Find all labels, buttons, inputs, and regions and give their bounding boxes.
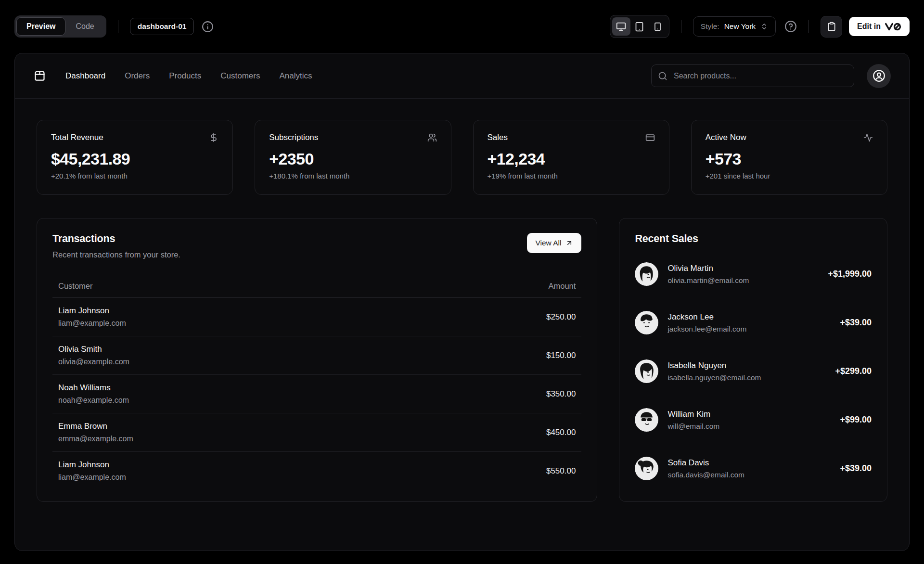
account-menu-button[interactable] xyxy=(867,64,891,88)
smartphone-icon[interactable] xyxy=(649,17,667,36)
avatar xyxy=(635,262,658,286)
stat-change: +19% from last month xyxy=(488,172,655,180)
tab-preview[interactable]: Preview xyxy=(16,17,65,36)
stat-card-subscriptions: Subscriptions +2350 +180.1% from last mo… xyxy=(255,120,451,195)
search-box xyxy=(651,64,854,87)
customer-name: Liam Johnson xyxy=(58,460,405,470)
customer-email: emma@example.com xyxy=(58,435,405,443)
sale-customer-name: Olivia Martin xyxy=(667,264,749,273)
divider xyxy=(681,20,681,33)
customer-name: Noah Williams xyxy=(58,383,405,393)
search-input[interactable] xyxy=(651,64,854,87)
customer-name: Emma Brown xyxy=(58,422,405,431)
info-icon[interactable] xyxy=(202,21,214,33)
circle-user-icon xyxy=(873,69,886,82)
list-item: William Kim will@email.com +$99.00 xyxy=(635,408,872,432)
customer-email: olivia@example.com xyxy=(58,358,405,366)
monitor-icon[interactable] xyxy=(612,17,630,36)
edit-in-v0-label: Edit in xyxy=(857,22,881,31)
nav-item-analytics[interactable]: Analytics xyxy=(279,71,312,81)
sale-customer-email: will@email.com xyxy=(667,422,719,431)
transaction-amount: $250.00 xyxy=(411,298,581,336)
recent-sales-title: Recent Sales xyxy=(635,233,872,245)
avatar xyxy=(635,311,658,334)
stat-value: +2350 xyxy=(269,150,436,168)
transactions-card: Transactions Recent transactions from yo… xyxy=(37,218,597,502)
sale-amount: +$1,999.00 xyxy=(828,269,872,279)
stat-cards-row: Total Revenue $45,231.89 +20.1% from las… xyxy=(37,120,887,195)
dashboard-main: Total Revenue $45,231.89 +20.1% from las… xyxy=(15,99,909,524)
block-name-badge: dashboard-01 xyxy=(130,18,194,35)
table-row: Olivia Smitholivia@example.com $150.00 xyxy=(52,336,581,375)
activity-icon xyxy=(863,133,873,142)
nav-item-dashboard[interactable]: Dashboard xyxy=(65,71,105,81)
customer-name: Liam Johnson xyxy=(58,306,405,316)
nav-item-products[interactable]: Products xyxy=(169,71,201,81)
divider xyxy=(118,20,118,33)
device-toggle-group xyxy=(610,15,669,38)
list-item: Jackson Lee jackson.lee@email.com +$39.0… xyxy=(635,311,872,334)
tab-code[interactable]: Code xyxy=(65,17,104,36)
sale-customer-name: Isabella Nguyen xyxy=(667,361,761,371)
circle-help-icon[interactable] xyxy=(784,20,797,33)
stat-title: Active Now xyxy=(706,133,746,142)
recent-sales-list: Olivia Martin olivia.martin@email.com +$… xyxy=(635,262,872,480)
customer-email: liam@example.com xyxy=(58,319,405,328)
list-item: Isabella Nguyen isabella.nguyen@email.co… xyxy=(635,359,872,383)
customer-email: noah@example.com xyxy=(58,396,405,405)
arrow-up-right-icon xyxy=(565,239,573,247)
edit-in-v0-button[interactable]: Edit in xyxy=(849,17,910,36)
view-all-button[interactable]: View All xyxy=(527,233,581,253)
sale-amount: +$39.00 xyxy=(840,318,872,328)
stat-card-sales: Sales +12,234 +19% from last month xyxy=(473,120,669,195)
chevrons-up-down-icon xyxy=(760,23,768,30)
sale-amount: +$99.00 xyxy=(840,415,872,425)
sale-customer-email: isabella.nguyen@email.com xyxy=(667,373,761,382)
sale-customer-email: olivia.martin@email.com xyxy=(667,276,749,285)
v0-logo-icon xyxy=(885,23,901,31)
sale-amount: +$39.00 xyxy=(840,463,872,474)
stat-title: Subscriptions xyxy=(269,133,318,142)
stat-change: +180.1% from last month xyxy=(269,172,436,180)
transactions-subtitle: Recent transactions from your store. xyxy=(52,250,180,259)
search-icon xyxy=(658,71,667,81)
transaction-amount: $350.00 xyxy=(411,375,581,413)
sale-amount: +$299.00 xyxy=(835,366,872,376)
customer-email: liam@example.com xyxy=(58,473,405,482)
stat-value: +573 xyxy=(706,150,873,168)
list-item: Olivia Martin olivia.martin@email.com +$… xyxy=(635,262,872,286)
column-header-customer: Customer xyxy=(52,277,411,298)
stat-title: Sales xyxy=(488,133,508,142)
transactions-title: Transactions xyxy=(52,233,180,245)
nav-item-orders[interactable]: Orders xyxy=(125,71,150,81)
tablet-icon[interactable] xyxy=(630,17,649,36)
users-icon xyxy=(427,133,437,142)
transactions-table: Customer Amount Liam Johnsonliam@example… xyxy=(52,277,581,490)
sale-customer-name: William Kim xyxy=(667,410,719,419)
transaction-amount: $450.00 xyxy=(411,413,581,452)
sale-customer-email: sofia.davis@email.com xyxy=(667,471,744,479)
transaction-amount: $550.00 xyxy=(411,452,581,490)
stat-card-active-now: Active Now +573 +201 since last hour xyxy=(691,120,887,195)
avatar xyxy=(635,359,658,383)
sale-customer-name: Jackson Lee xyxy=(667,312,746,322)
list-item: Sofia Davis sofia.davis@email.com +$39.0… xyxy=(635,457,872,480)
style-select-value: New York xyxy=(724,22,756,31)
style-select[interactable]: Style: New York xyxy=(693,16,776,37)
sale-customer-email: jackson.lee@email.com xyxy=(667,325,746,333)
divider xyxy=(808,20,809,33)
clipboard-icon[interactable] xyxy=(821,16,842,38)
transaction-amount: $150.00 xyxy=(411,336,581,375)
stat-card-total-revenue: Total Revenue $45,231.89 +20.1% from las… xyxy=(37,120,233,195)
table-row: Liam Johnsonliam@example.com $550.00 xyxy=(52,452,581,490)
stat-value: $45,231.89 xyxy=(51,150,218,168)
customer-name: Olivia Smith xyxy=(58,345,405,354)
stat-change: +201 since last hour xyxy=(706,172,873,180)
toolbar: Preview Code dashboard-01 Style: New Yor… xyxy=(0,0,924,53)
nav-item-customers[interactable]: Customers xyxy=(220,71,260,81)
preview-code-toggle: Preview Code xyxy=(14,15,106,38)
table-row: Liam Johnsonliam@example.com $250.00 xyxy=(52,298,581,336)
style-select-label: Style: xyxy=(701,22,719,31)
column-header-amount: Amount xyxy=(411,277,581,298)
dashboard-nav: Dashboard Orders Products Customers Anal… xyxy=(15,53,909,99)
